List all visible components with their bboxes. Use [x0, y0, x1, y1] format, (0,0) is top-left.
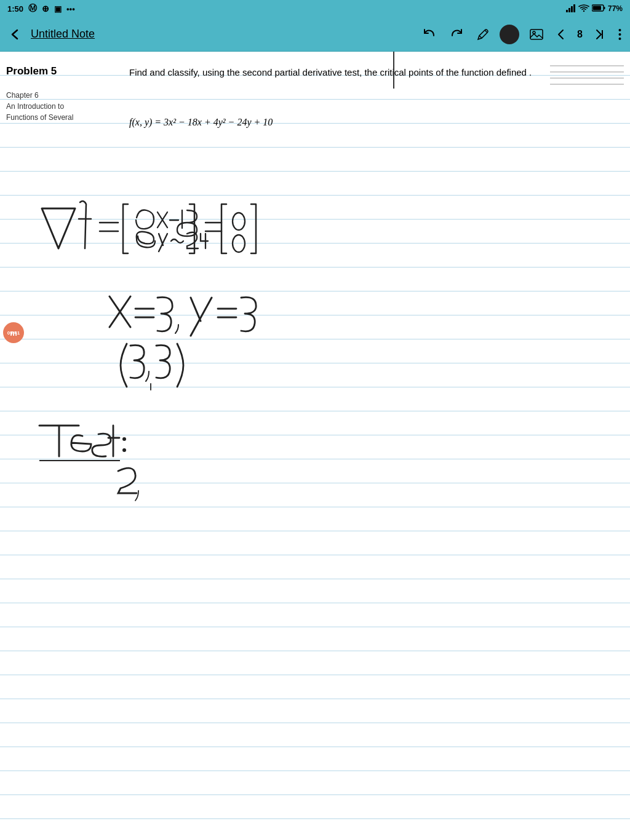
content-area: Problem 5 Chapter 6 An Introduction to F…	[0, 52, 630, 840]
circle-icon-2: ⊕	[42, 4, 49, 14]
next-page-button[interactable]	[590, 25, 608, 44]
lined-paper	[0, 52, 630, 840]
margin-line-4	[550, 84, 624, 85]
svg-point-11	[619, 33, 621, 36]
margin-lines	[550, 65, 624, 85]
margin-line-1	[550, 65, 624, 66]
svg-rect-5	[604, 7, 605, 9]
signal-icon	[566, 4, 576, 14]
status-bar: 1:50 Ⓜ ⊕ ▣ •••	[0, 0, 630, 17]
page-number: 8	[577, 29, 583, 40]
battery-icon	[592, 4, 605, 14]
square-icon: ▣	[54, 4, 62, 14]
status-left: 1:50 Ⓜ ⊕ ▣ •••	[7, 3, 75, 14]
chapter-subtitle: An Introduction to	[6, 101, 80, 112]
margin-line-3	[550, 77, 624, 79]
problem-number: Problem 5	[6, 65, 57, 77]
prev-page-button[interactable]	[554, 25, 570, 44]
svg-rect-1	[568, 8, 570, 12]
redo-button[interactable]	[447, 25, 466, 44]
toolbar: Untitled Note	[0, 17, 630, 52]
margin-line-2	[550, 71, 624, 73]
problem-description: Find and classify, using the second part…	[129, 65, 544, 80]
svg-rect-6	[592, 6, 601, 10]
chapter-info: Chapter 6 An Introduction to Functions o…	[6, 90, 80, 123]
status-time: 1:50	[7, 4, 23, 14]
edit-button[interactable]	[474, 25, 492, 44]
svg-point-12	[619, 38, 621, 40]
svg-rect-3	[573, 4, 575, 12]
more-options-button[interactable]	[616, 25, 624, 44]
problem-formula: f(x, y) = 3x² − 18x + 4y² − 24y + 10	[129, 116, 273, 129]
back-button[interactable]	[6, 25, 25, 44]
status-right: 77%	[566, 4, 623, 14]
note-title[interactable]: Untitled Note	[31, 28, 95, 41]
svg-point-10	[619, 29, 621, 31]
battery-pct: 77%	[608, 4, 623, 13]
image-button[interactable]	[527, 25, 546, 44]
svg-rect-2	[571, 6, 573, 12]
chapter-subtitle2: Functions of Several	[6, 112, 80, 123]
wifi-icon	[578, 4, 589, 14]
undo-button[interactable]	[420, 25, 439, 44]
toolbar-right: 8	[420, 25, 624, 44]
circle-icon-1: Ⓜ	[28, 3, 37, 14]
svg-rect-7	[530, 30, 543, 39]
color-picker[interactable]	[500, 25, 519, 44]
dots-icon: •••	[66, 4, 75, 14]
avatar-time: 09:41	[5, 330, 22, 336]
chapter-label: Chapter 6	[6, 90, 80, 101]
svg-rect-0	[566, 10, 568, 12]
